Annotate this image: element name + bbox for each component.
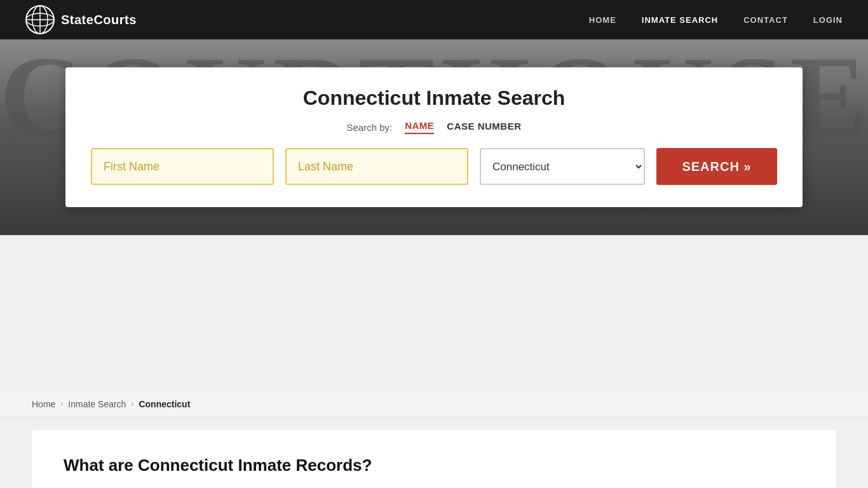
last-name-input[interactable] <box>285 148 468 185</box>
search-button[interactable]: SEARCH » <box>656 148 777 185</box>
hero-section: COURTHOUSE Connecticut Inmate Search Sea… <box>0 39 868 235</box>
nav-login[interactable]: LOGIN <box>813 15 843 25</box>
content-area: What are Connecticut Inmate Records? Inm… <box>0 417 868 488</box>
info-card-title: What are Connecticut Inmate Records? <box>64 456 804 475</box>
breadcrumb-inmate-search[interactable]: Inmate Search <box>68 399 126 409</box>
logo[interactable]: StateCourts <box>25 5 137 34</box>
breadcrumb-sep-2: › <box>131 400 133 409</box>
nav-home[interactable]: HOME <box>589 15 616 25</box>
search-fields-row: ConnecticutAlabamaAlaskaArizonaArkansasC… <box>91 148 777 185</box>
tab-name[interactable]: NAME <box>405 120 434 134</box>
state-select[interactable]: ConnecticutAlabamaAlaskaArizonaArkansasC… <box>480 148 645 185</box>
search-card: Connecticut Inmate Search Search by: NAM… <box>65 67 803 207</box>
info-card: What are Connecticut Inmate Records? Inm… <box>32 430 836 488</box>
nav-contact[interactable]: CONTACT <box>743 15 788 25</box>
breadcrumb: Home › Inmate Search › Connecticut <box>0 391 868 417</box>
search-button-label: SEARCH » <box>682 159 751 174</box>
search-by-row: Search by: NAME CASE NUMBER <box>91 120 777 134</box>
breadcrumb-home[interactable]: Home <box>32 399 55 409</box>
header: StateCourts HOME INMATE SEARCH CONTACT L… <box>0 0 868 39</box>
breadcrumb-sep-1: › <box>60 400 63 409</box>
search-card-title: Connecticut Inmate Search <box>91 86 777 110</box>
search-by-label: Search by: <box>346 122 392 133</box>
main-nav: HOME INMATE SEARCH CONTACT LOGIN <box>589 15 843 25</box>
tab-case-number[interactable]: CASE NUMBER <box>447 121 521 133</box>
logo-icon <box>25 5 55 34</box>
breadcrumb-current: Connecticut <box>139 399 190 409</box>
logo-text: StateCourts <box>61 13 137 27</box>
first-name-input[interactable] <box>91 148 274 185</box>
nav-inmate-search[interactable]: INMATE SEARCH <box>642 15 718 25</box>
